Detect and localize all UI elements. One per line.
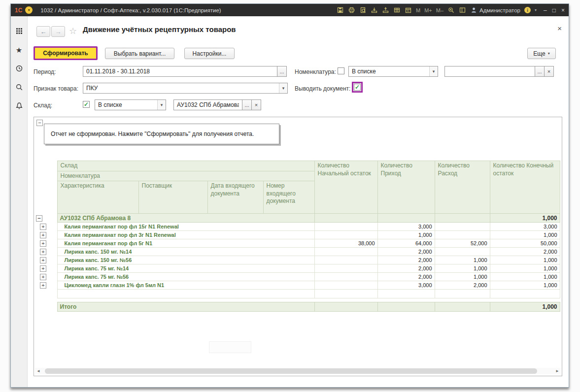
report-area: − Отчет не сформирован. Нажмите "Сформир… [34, 117, 562, 376]
period-label: Период: [34, 68, 56, 75]
total-row: Итого 1,000 [34, 302, 560, 312]
table-row[interactable]: + Лирика капс. 150 мг. №56 2,000 1,000 1… [34, 256, 560, 264]
horizontal-scrollbar[interactable]: ◄ ► [35, 368, 561, 374]
page-title: Движение учётных рецептурных товаров [83, 25, 236, 33]
main-menu-button[interactable]: ▾ [25, 6, 33, 14]
warehouse-group-row[interactable]: − АУ1032 СПб Абрамова 8 1,000 [34, 214, 560, 223]
expand-icon[interactable]: + [40, 265, 46, 272]
user-name: Администратор [479, 7, 520, 13]
print-icon[interactable] [348, 6, 355, 14]
product-sign-combo[interactable]: ПКУ ▾ [83, 83, 288, 94]
menu-grid-icon[interactable] [15, 27, 24, 36]
table-row[interactable]: + Калия перманганат пор фл 3г N1 Renewal… [34, 231, 560, 239]
back-arrow-icon: ← [40, 28, 47, 35]
nomenclature-checkbox[interactable] [338, 67, 344, 74]
calendar-icon[interactable]: 31 [405, 6, 412, 14]
table-row[interactable]: + Калия перманганат пор фл 15г N1 Renewa… [34, 223, 560, 231]
qty-start-cell [314, 223, 377, 231]
warehouse-mode-combo[interactable]: В списке ▾ [95, 99, 166, 110]
more-button[interactable]: Еще▾ [527, 48, 556, 59]
zoom-icon[interactable] [447, 6, 455, 14]
info-icon[interactable]: i [524, 7, 531, 13]
collapse-all-icon[interactable]: − [36, 120, 43, 126]
warehouse-checkbox[interactable]: ✓ [83, 101, 90, 108]
scrollbar-track[interactable] [42, 368, 554, 374]
close-form-icon[interactable]: × [557, 24, 562, 33]
col-header-doc-date: Дата входящего документа [207, 181, 263, 214]
nomenclature-value-input[interactable] [444, 66, 535, 77]
report-row-container: − АУ1032 СПб Абрамова 8 1,000 + Калия пе… [34, 214, 560, 290]
expand-icon[interactable]: + [40, 274, 46, 280]
table-row[interactable]: + Лирика капс. 150 мг. №14 2,000 2,000 [34, 248, 560, 256]
titlebar-tools: 31 M M+ M– Администратор i ▾ – □ × [337, 6, 565, 14]
table-row[interactable]: + Цикломед капли глазн 1% фл 5мл N1 3,00… [34, 281, 560, 290]
qty-expense-cell: 1,000 [435, 264, 490, 273]
expand-icon[interactable]: + [40, 249, 46, 255]
scrollbar-thumb[interactable] [45, 368, 537, 374]
show-document-checkbox[interactable]: ✓ [354, 84, 361, 91]
warehouse-value-input[interactable] [173, 99, 242, 110]
search-icon[interactable] [15, 83, 24, 92]
expand-icon[interactable]: + [40, 240, 46, 247]
expand-icon[interactable]: + [40, 232, 46, 238]
panel-icon[interactable] [459, 6, 466, 14]
col-header-sklad: Склад [57, 161, 314, 171]
nomenclature-name: Лирика капс. 150 мг. №14 [57, 248, 314, 256]
preview-icon[interactable] [359, 6, 367, 14]
table-icon[interactable] [393, 6, 401, 14]
window-title: 1032 / Администратор / Софт-Аптека:, v.2… [40, 7, 334, 13]
import-icon[interactable] [382, 6, 389, 14]
maximize-button[interactable]: □ [552, 7, 556, 14]
nomenclature-label: Номенклатура: [295, 68, 336, 75]
qty-income-cell: 2,000 [377, 248, 435, 256]
favorite-star-icon[interactable]: ☆ [69, 26, 77, 36]
select-variant-button[interactable]: Выбрать вариант... [105, 48, 174, 59]
warehouse-label: Склад: [34, 102, 52, 109]
current-user[interactable]: Администратор [470, 6, 520, 14]
export-icon[interactable] [371, 6, 378, 14]
forward-button[interactable]: → [51, 26, 65, 37]
expand-icon[interactable]: + [40, 282, 46, 289]
close-window-button[interactable]: × [561, 7, 565, 14]
qty-expense-cell [435, 223, 490, 231]
history-clock-icon[interactable] [15, 65, 24, 73]
warehouse-ellipsis-button[interactable]: ... [242, 99, 252, 110]
warehouse-clear-button[interactable]: × [251, 99, 261, 110]
report-form: ← → ☆ Движение учётных рецептурных товар… [28, 16, 569, 387]
table-row[interactable]: + Лирика капс. 75 мг. №56 2,000 1,000 1,… [34, 273, 560, 281]
minimize-button[interactable]: – [544, 7, 547, 14]
table-row[interactable]: + Калия перманганат пор фл 5г N1 38,000 … [34, 239, 560, 248]
col-header-characteristic: Характеристика [57, 181, 138, 214]
nomenclature-ellipsis-button[interactable]: ... [535, 66, 545, 77]
nomenclature-name: Лирика капс. 150 мг. №56 [57, 256, 314, 264]
nomenclature-name: Лирика капс. 75 мг. №56 [57, 273, 314, 281]
qty-end-cell: 2,000 [490, 248, 560, 256]
favorites-star-icon[interactable]: ★ [15, 46, 24, 55]
memory-m-minus-button[interactable]: M– [436, 7, 444, 13]
nomenclature-name: Калия перманганат пор фл 3г N1 Renewal [57, 231, 314, 239]
period-input[interactable] [83, 66, 277, 77]
nomenclature-mode-combo[interactable]: В списке ▾ [348, 66, 438, 77]
period-ellipsis-button[interactable]: ... [277, 66, 287, 77]
collapse-icon[interactable]: − [36, 215, 42, 222]
notifications-bell-icon[interactable] [15, 102, 24, 111]
scroll-left-icon[interactable]: ◄ [35, 369, 42, 373]
nomenclature-name: Калия перманганат пор фл 15г N1 Renewal [57, 223, 314, 231]
nomenclature-name: Калия перманганат пор фл 5г N1 [57, 239, 314, 248]
generate-button[interactable]: Сформировать [34, 46, 98, 60]
placeholder-box [209, 341, 251, 353]
qty-expense-cell [435, 231, 490, 239]
nomenclature-clear-button[interactable]: × [544, 66, 554, 77]
back-button[interactable]: ← [36, 26, 50, 37]
settings-button[interactable]: Настройки... [184, 48, 235, 59]
empty-row [34, 290, 560, 298]
memory-m-plus-button[interactable]: M+ [424, 7, 432, 13]
save-icon[interactable] [337, 6, 344, 14]
scroll-right-icon[interactable]: ► [554, 369, 561, 373]
table-row[interactable]: + Лирика капс. 75 мг. №14 2,000 1,000 1,… [34, 264, 560, 273]
memory-m-button[interactable]: M [416, 7, 420, 13]
info-dropdown-icon[interactable]: ▾ [535, 8, 537, 12]
expand-icon[interactable]: + [40, 257, 46, 263]
expand-icon[interactable]: + [40, 224, 46, 230]
report-table: Склад Количество Начальный остаток Колич… [34, 161, 560, 312]
